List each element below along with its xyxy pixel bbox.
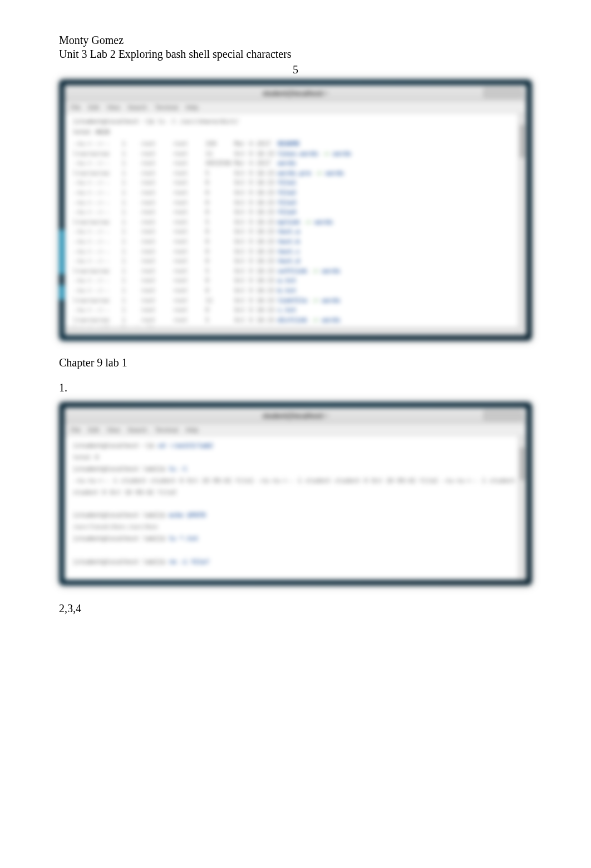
listing-cell: root — [173, 305, 201, 315]
listing-cell: 4953598 — [205, 158, 230, 168]
listing-cell: -rw-r--r-- — [73, 237, 117, 247]
listing-cell: root — [141, 217, 169, 227]
menu-file[interactable]: File — [71, 426, 81, 433]
listing-row: -rw-r--r--1rootroot4953598Mar 4 2017word… — [73, 158, 518, 168]
menu-terminal[interactable]: Terminal — [155, 104, 178, 111]
listing-cell: root — [173, 217, 201, 227]
menu-view[interactable]: View — [107, 104, 120, 111]
terminal-line: /usr/local/bin:/usr/bin — [73, 522, 518, 533]
listing-cell: root — [173, 227, 201, 237]
listing-cell: 199 — [205, 139, 230, 149]
listing-cell: root — [141, 315, 169, 325]
terminal-menubar[interactable]: File Edit View Search Terminal Help — [65, 101, 526, 113]
listing-filename: c.txt — [278, 305, 518, 315]
terminal-window: student@localhost:~ File Edit View Searc… — [65, 408, 526, 580]
listing-cell: -rw-r--r-- — [73, 286, 117, 296]
listing-cell: root — [173, 178, 201, 188]
listing-cell: Oct 9 18:15 — [234, 149, 273, 159]
menu-file[interactable]: File — [71, 104, 81, 111]
vertical-scrollbar[interactable] — [518, 436, 526, 579]
window-buttons[interactable] — [484, 88, 523, 98]
window-titlebar: student@localhost:~ — [65, 408, 526, 424]
window-buttons[interactable] — [484, 410, 523, 420]
terminal-screenshot-1: student@localhost:~ File Edit View Searc… — [59, 80, 532, 341]
listing-cell: 1 — [122, 237, 136, 247]
menu-help[interactable]: Help — [186, 104, 199, 111]
listing-cell: root — [141, 247, 169, 257]
listing-filename: README — [278, 139, 518, 149]
listing-cell: 1 — [122, 286, 136, 296]
listing-cell: root — [173, 315, 201, 325]
listing-cell: 1 — [122, 315, 136, 325]
listing-cell: -rw-r--r-- — [73, 276, 117, 286]
listing-cell: root — [173, 237, 201, 247]
listing-cell: 1 — [122, 178, 136, 188]
listing-cell: 0 — [205, 178, 230, 188]
listing-cell: 1 — [122, 305, 136, 315]
terminal-menubar[interactable]: File Edit View Search Terminal Help — [65, 424, 526, 436]
listing-cell: root — [173, 158, 201, 168]
menu-help[interactable]: Help — [186, 426, 199, 433]
listing-cell: root — [141, 178, 169, 188]
horizontal-scrollbar[interactable] — [65, 327, 518, 335]
menu-edit[interactable]: Edit — [88, 426, 99, 433]
window-title: student@localhost:~ — [263, 412, 329, 420]
listing-cell: root — [173, 266, 201, 276]
listing-cell: -rw-r--r-- — [73, 198, 117, 208]
terminal-screenshot-2: student@localhost:~ File Edit View Searc… — [59, 402, 532, 586]
window-titlebar: student@localhost:~ — [65, 86, 526, 101]
listing-cell: root — [141, 207, 169, 217]
listing-row: -rw-r--r--1rootroot0Oct 9 18:15test.d — [73, 256, 518, 266]
terminal-line: [student@localhost lab2]$ rm -i file? — [73, 557, 518, 568]
menu-view[interactable]: View — [107, 426, 120, 433]
listing-cell: -rw-r--r-- — [73, 188, 117, 198]
listing-cell: root — [141, 256, 169, 266]
listing-filename: test.d — [278, 256, 518, 266]
listing-cell: 0 — [205, 198, 230, 208]
listing-cell: root — [173, 247, 201, 257]
listing-filename: test.b — [278, 237, 518, 247]
listing-cell: root — [173, 149, 201, 159]
listing-filename: test.a — [278, 227, 518, 237]
listing-cell: 1 — [122, 296, 136, 306]
chapter-heading: Chapter 9 lab 1 — [59, 356, 532, 369]
listing-filename: b.txt — [278, 286, 518, 296]
listing-cell: root — [173, 168, 201, 178]
listing-cell: -rw-r--r-- — [73, 158, 117, 168]
menu-search[interactable]: Search — [127, 426, 147, 433]
terminal-line — [73, 498, 518, 510]
terminal-content[interactable]: [student@localhost ~]$ ls -l /usr/share/… — [65, 113, 526, 335]
listing-cell: root — [141, 237, 169, 247]
menu-search[interactable]: Search — [127, 104, 147, 111]
listing-cell: Oct 9 18:15 — [234, 227, 273, 237]
listing-row: -rw-r--r--1rootroot0Oct 9 18:15file3 — [73, 198, 518, 208]
listing-row: lrwxrwxrwx1rootroot5Oct 9 18:15mylink ->… — [73, 217, 518, 227]
listing-cell: 0 — [205, 247, 230, 257]
listing-cell: root — [141, 276, 169, 286]
listing-row: -rw-r--r--1rootroot0Oct 9 18:15test.b — [73, 237, 518, 247]
listing-cell: -rw-r--r-- — [73, 227, 117, 237]
listing-cell: 0 — [205, 286, 230, 296]
vertical-scrollbar[interactable] — [518, 113, 526, 335]
listing-cell: Oct 9 18:15 — [234, 286, 273, 296]
terminal-content[interactable]: [student@localhost ~]$ cd ~/unit3/lab2to… — [65, 436, 526, 579]
listing-cell: root — [173, 207, 201, 217]
terminal-line: [student@localhost ~]$ cd ~/unit3/lab2 — [73, 440, 518, 452]
menu-terminal[interactable]: Terminal — [155, 426, 178, 433]
listing-cell: Oct 9 18:15 — [234, 198, 273, 208]
listing-cell: 5 — [205, 315, 230, 325]
listing-cell: 1 — [122, 256, 136, 266]
listing-cell: 0 — [205, 188, 230, 198]
listing-cell: 0 — [205, 207, 230, 217]
listing-cell: root — [141, 286, 169, 296]
listing-row: -rw-r--r--1rootroot0Oct 9 18:15c.txt — [73, 305, 518, 315]
listing-cell: Oct 9 18:15 — [234, 237, 273, 247]
listing-cell: lrwxrwxrwx — [73, 296, 117, 306]
listing-cell: -rw-r--r-- — [73, 247, 117, 257]
listing-cell: Mar 4 2017 — [234, 139, 273, 149]
listing-cell: 11 — [205, 149, 230, 159]
listing-cell: 1 — [122, 188, 136, 198]
listing-filename: file1 — [278, 178, 518, 188]
menu-edit[interactable]: Edit — [88, 104, 99, 111]
listing-cell: 5 — [205, 266, 230, 276]
